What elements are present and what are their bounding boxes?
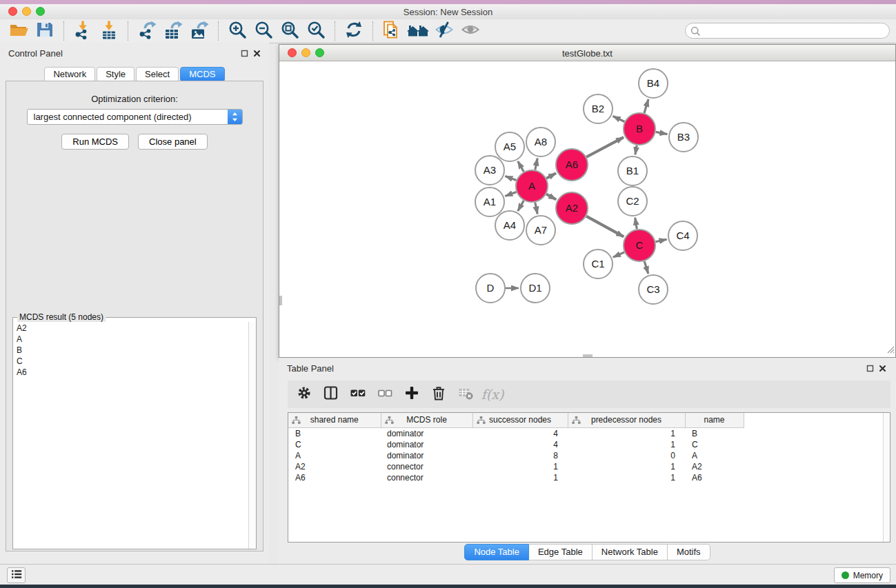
open-file-button[interactable] [6, 20, 32, 43]
vertical-scrollbar-thumb[interactable] [279, 296, 282, 305]
table-cell[interactable]: 1 [472, 461, 568, 472]
graph-edge-A-A3[interactable] [505, 176, 516, 180]
column-header-successor-nodes[interactable]: successor nodes [472, 413, 568, 427]
table-cell[interactable]: 1 [472, 472, 568, 483]
table-cell[interactable]: connector [381, 461, 472, 472]
graph-edge-C-C2[interactable] [635, 218, 637, 230]
table-row[interactable]: Adominator80A [288, 450, 890, 461]
tab-node-table[interactable]: Node Table [464, 544, 529, 560]
apply-layout-button[interactable] [341, 20, 367, 43]
network-canvas[interactable]: AA1A2A3A4A5A6A7A8BB1B2B3B4CC1C2C3C4DD1 [279, 61, 895, 357]
table-row[interactable]: Cdominator41C [288, 439, 890, 450]
delete-row-button[interactable] [430, 386, 447, 403]
float-panel-icon[interactable] [240, 49, 248, 57]
graph-edge-C-C3[interactable] [644, 261, 648, 274]
table-row[interactable]: Bdominator41B [288, 427, 890, 439]
float-panel-icon[interactable] [866, 364, 874, 372]
table-settings-button[interactable] [296, 386, 312, 403]
show-panels-button[interactable] [7, 567, 26, 583]
zoom-fit-button[interactable] [277, 20, 303, 43]
mcds-result-item[interactable]: A6 [13, 367, 248, 378]
tab-select[interactable]: Select [136, 67, 179, 82]
table-cell[interactable]: 4 [472, 427, 568, 439]
table-cell[interactable]: dominator [381, 427, 472, 439]
graph-edge-B-B4[interactable] [644, 99, 648, 113]
table-cell[interactable]: A [685, 450, 744, 461]
import-table-button[interactable] [96, 20, 122, 43]
criterion-dropdown[interactable]: largest connected component (directed) [27, 109, 243, 125]
graph-edge-A-A5[interactable] [518, 161, 524, 172]
horizontal-scrollbar-thumb[interactable] [583, 354, 593, 357]
table-cell[interactable]: 1 [568, 461, 685, 472]
mcds-result-item[interactable]: B [13, 345, 248, 356]
close-panel-icon[interactable] [878, 364, 886, 372]
table-scrollbar[interactable] [883, 413, 890, 542]
hide-graphics-details-button[interactable] [431, 20, 457, 43]
mcds-result-item[interactable]: C [13, 356, 248, 367]
search-input[interactable] [704, 24, 884, 37]
memory-button[interactable]: Memory [834, 567, 890, 583]
show-graphics-details-button[interactable] [457, 20, 484, 43]
zoom-selected-button[interactable] [303, 20, 329, 43]
graph-edge-C-C1[interactable] [613, 252, 624, 257]
tab-mcds[interactable]: MCDS [180, 67, 224, 82]
mcds-result-item[interactable]: A [13, 334, 248, 345]
close-panel-icon[interactable] [252, 49, 261, 57]
graph-edge-A-A2[interactable] [546, 194, 556, 200]
run-mcds-button[interactable]: Run MCDS [61, 134, 129, 150]
zoom-out-button[interactable] [250, 20, 277, 43]
graph-edge-A6-B[interactable] [586, 137, 624, 157]
import-network-button[interactable] [70, 20, 96, 43]
close-panel-button[interactable]: Close panel [138, 134, 208, 150]
table-cell[interactable]: connector [381, 472, 472, 483]
column-header-mcds-role[interactable]: MCDS role [381, 413, 472, 427]
table-cell[interactable]: C [685, 439, 744, 450]
table-cell[interactable]: B [288, 427, 381, 439]
table-cell[interactable]: A [288, 450, 381, 461]
table-cell[interactable]: dominator [381, 450, 472, 461]
table-row[interactable]: A2connector11A2 [288, 461, 890, 472]
tab-network[interactable]: Network [44, 67, 95, 82]
resize-grip-icon[interactable] [886, 344, 895, 356]
graph-edge-A-A6[interactable] [546, 173, 556, 178]
graph-edge-B-B2[interactable] [613, 116, 625, 121]
network-window-titlebar[interactable]: testGlobe.txt [279, 45, 895, 61]
table-cell[interactable]: 1 [568, 427, 685, 439]
graph-edge-A-A1[interactable] [505, 192, 516, 196]
column-header-predecessor-nodes[interactable]: predecessor nodes [568, 413, 685, 427]
table-cell[interactable]: 1 [568, 439, 685, 450]
save-session-button[interactable] [32, 20, 58, 43]
table-row[interactable]: A6connector11A6 [288, 472, 890, 483]
tab-network-table[interactable]: Network Table [593, 544, 668, 560]
deselect-all-rows-button[interactable] [377, 386, 393, 403]
table-cell[interactable]: A6 [288, 472, 381, 483]
table-cell[interactable]: C [288, 439, 381, 450]
graph-edge-C-C4[interactable] [655, 239, 666, 242]
tab-edge-table[interactable]: Edge Table [529, 544, 593, 560]
mcds-result-item[interactable]: A2 [13, 323, 248, 334]
column-header-shared-name[interactable]: shared name [288, 413, 381, 427]
delete-table-button[interactable] [457, 386, 474, 403]
tab-motifs[interactable]: Motifs [668, 544, 710, 560]
window-titlebar[interactable]: Session: New Session [0, 4, 896, 19]
graph-edge-A-A7[interactable] [535, 203, 537, 214]
column-header-name[interactable]: name [685, 413, 744, 427]
graph-edge-B-B1[interactable] [635, 145, 637, 155]
function-builder-button[interactable]: f(x) [484, 386, 501, 403]
graph-edge-A-A8[interactable] [535, 159, 537, 170]
table-cell[interactable]: B [685, 427, 744, 439]
table-cell[interactable]: A6 [685, 472, 744, 483]
table-cell[interactable]: A2 [288, 461, 381, 472]
column-browser-button[interactable] [323, 386, 339, 403]
export-image-button[interactable] [186, 20, 212, 43]
graph-edge-B-B3[interactable] [656, 132, 668, 134]
mcds-list-scrollbar[interactable] [248, 322, 256, 549]
graph-edge-A2-C[interactable] [586, 216, 624, 237]
select-all-rows-button[interactable] [350, 386, 366, 403]
zoom-in-button[interactable] [224, 20, 250, 43]
table-cell[interactable]: 4 [472, 439, 568, 450]
export-network-button[interactable] [134, 20, 160, 43]
table-cell[interactable]: 8 [472, 450, 568, 461]
tab-style[interactable]: Style [97, 67, 135, 82]
table-cell[interactable]: dominator [381, 439, 472, 450]
